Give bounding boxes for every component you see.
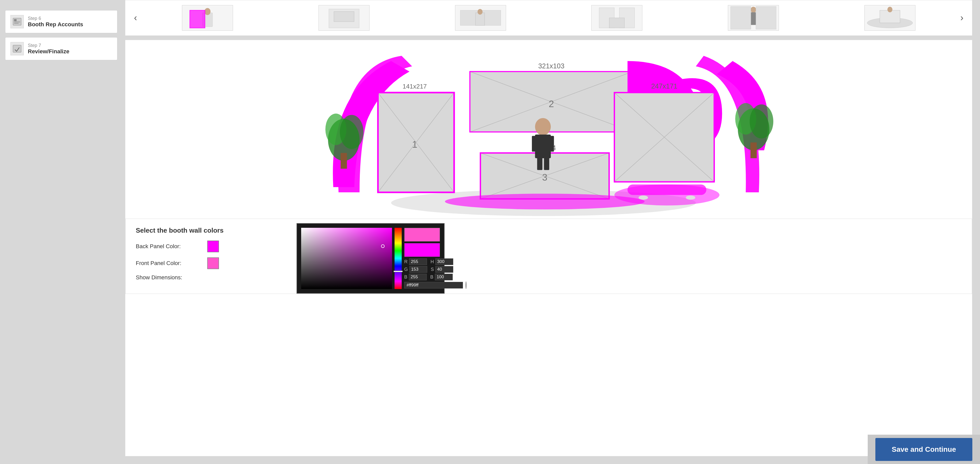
- svg-text:2: 2: [549, 99, 554, 109]
- carousel-items: [143, 5, 954, 30]
- back-panel-color-swatch[interactable]: [207, 240, 219, 252]
- color-config-section: Select the booth wall colors Back Panel …: [125, 219, 972, 294]
- svg-rect-63: [341, 153, 347, 169]
- show-dimensions-row: Show Dimensions:: [136, 274, 962, 281]
- svg-rect-69: [535, 135, 551, 159]
- b2-input[interactable]: [435, 274, 453, 280]
- svg-rect-12: [334, 11, 354, 22]
- r-input[interactable]: [409, 258, 427, 265]
- svg-rect-2: [14, 22, 20, 22]
- show-dimensions-label: Show Dimensions:: [136, 274, 202, 281]
- carousel-prev-button[interactable]: ‹: [130, 13, 141, 23]
- step7-number: Step 7: [28, 43, 69, 48]
- svg-rect-71: [549, 136, 554, 152]
- b-field-row: B B: [404, 274, 440, 280]
- back-panel-label: Back Panel Color:: [136, 243, 202, 250]
- svg-rect-15: [476, 13, 485, 25]
- svg-point-22: [751, 6, 756, 13]
- color-gradient-picker[interactable]: [301, 228, 392, 289]
- step7-label: Review/Finalize: [28, 48, 69, 55]
- svg-rect-8: [190, 10, 205, 28]
- front-panel-label: Front Panel Color:: [136, 260, 202, 267]
- carousel-item[interactable]: [318, 5, 369, 30]
- carousel-thumb: [728, 5, 779, 30]
- booth-svg: 141x217 1 321x103 2: [125, 40, 972, 219]
- g-field-row: G S: [404, 266, 440, 273]
- sidebar-item-review-finalize[interactable]: Step 7 Review/Finalize: [5, 37, 118, 60]
- color-picker-popup: R H G S: [297, 223, 445, 294]
- h-label: H: [431, 259, 434, 265]
- svg-point-62: [340, 115, 364, 149]
- svg-text:141x217: 141x217: [403, 83, 427, 90]
- carousel-item[interactable]: [864, 5, 915, 30]
- svg-point-58: [638, 195, 648, 199]
- hex-field-row: [404, 281, 440, 289]
- carousel-thumb: [455, 5, 506, 30]
- review-finalize-icon: [11, 42, 24, 56]
- svg-text:247x171: 247x171: [651, 83, 678, 90]
- svg-rect-20: [609, 18, 625, 28]
- hue-cursor: [393, 271, 403, 272]
- color-config-title: Select the booth wall colors: [136, 227, 962, 234]
- carousel-item[interactable]: [728, 5, 779, 30]
- g-input[interactable]: [409, 266, 427, 273]
- svg-point-7: [204, 8, 210, 15]
- svg-rect-73: [544, 157, 549, 170]
- svg-point-68: [535, 118, 551, 135]
- svg-rect-25: [756, 6, 776, 29]
- carousel-thumb: [864, 5, 915, 30]
- booth-rep-icon: [11, 15, 24, 28]
- alpha-circle[interactable]: [466, 281, 466, 289]
- svg-text:321x103: 321x103: [538, 62, 565, 70]
- current-color-preview: [404, 243, 440, 257]
- svg-rect-3: [14, 23, 19, 24]
- svg-point-66: [750, 104, 773, 138]
- svg-point-29: [887, 6, 892, 12]
- carousel-thumb: [182, 5, 233, 30]
- hex-input[interactable]: [404, 282, 463, 289]
- svg-rect-72: [537, 157, 542, 170]
- svg-rect-24: [731, 6, 751, 29]
- carousel-item[interactable]: [591, 5, 642, 30]
- step6-number: Step 6: [28, 16, 83, 21]
- h-input[interactable]: [435, 258, 453, 265]
- s-label: S: [431, 267, 434, 272]
- carousel-item[interactable]: [455, 5, 506, 30]
- color-fields: R H G S: [404, 258, 440, 289]
- save-button-container: Save and Continue: [868, 435, 980, 464]
- r-field-row: R H: [404, 258, 440, 265]
- svg-rect-1: [14, 19, 17, 21]
- carousel-thumb: [591, 5, 642, 30]
- back-panel-color-row: Back Panel Color:: [136, 240, 962, 252]
- b-label: B: [404, 275, 407, 280]
- step6-label: Booth Rep Accounts: [28, 21, 83, 28]
- booth-template-carousel: ‹: [125, 0, 972, 36]
- svg-point-16: [477, 9, 483, 14]
- sidebar: Step 6 Booth Rep Accounts Step 7 Review/…: [0, 0, 123, 464]
- svg-rect-57: [628, 184, 706, 195]
- front-panel-color-swatch[interactable]: [207, 257, 219, 269]
- svg-text:1: 1: [412, 139, 417, 150]
- svg-text:3: 3: [542, 172, 547, 183]
- booth-preview: 141x217 1 321x103 2: [125, 40, 972, 219]
- svg-rect-67: [751, 142, 757, 158]
- svg-rect-4: [13, 45, 21, 52]
- r-label: R: [404, 259, 407, 265]
- main-content: ‹: [123, 0, 980, 464]
- hue-slider[interactable]: [395, 228, 402, 289]
- s-input[interactable]: [435, 266, 453, 273]
- g-label: G: [404, 267, 408, 272]
- svg-point-59: [686, 195, 695, 199]
- save-and-continue-button[interactable]: Save and Continue: [875, 438, 972, 461]
- carousel-next-button[interactable]: ›: [957, 13, 967, 23]
- gradient-cursor: [381, 245, 385, 248]
- svg-rect-70: [532, 136, 537, 152]
- color-preview-area: R H G S: [404, 228, 440, 289]
- svg-point-50: [445, 194, 644, 210]
- carousel-thumb: [318, 5, 369, 30]
- new-color-preview: [404, 228, 440, 242]
- carousel-item[interactable]: [182, 5, 233, 30]
- sidebar-item-booth-rep-accounts[interactable]: Step 6 Booth Rep Accounts: [5, 10, 118, 33]
- b-input[interactable]: [409, 274, 427, 280]
- front-panel-color-row: Front Panel Color:: [136, 257, 962, 269]
